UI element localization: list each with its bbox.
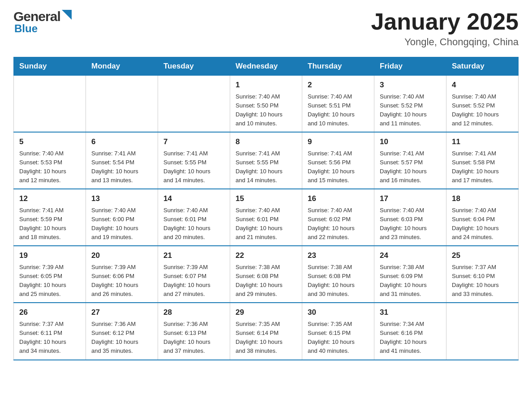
calendar-day-cell: 3Sunrise: 7:40 AMSunset: 5:52 PMDaylight… xyxy=(374,76,446,133)
calendar-week-row: 26Sunrise: 7:37 AMSunset: 6:11 PMDayligh… xyxy=(14,303,519,360)
calendar-day-cell: 10Sunrise: 7:41 AMSunset: 5:57 PMDayligh… xyxy=(374,132,446,189)
day-number: 17 xyxy=(380,193,441,205)
calendar-day-cell: 23Sunrise: 7:38 AMSunset: 6:08 PMDayligh… xyxy=(302,246,374,303)
calendar-day-cell: 26Sunrise: 7:37 AMSunset: 6:11 PMDayligh… xyxy=(14,303,86,360)
calendar-day-cell xyxy=(446,303,519,360)
day-number: 1 xyxy=(236,79,296,91)
day-info: Sunrise: 7:41 AMSunset: 5:57 PMDaylight:… xyxy=(380,149,441,185)
day-info: Sunrise: 7:40 AMSunset: 6:03 PMDaylight:… xyxy=(380,206,441,242)
calendar-day-cell: 1Sunrise: 7:40 AMSunset: 5:50 PMDaylight… xyxy=(230,76,302,133)
calendar-day-cell: 6Sunrise: 7:41 AMSunset: 5:54 PMDaylight… xyxy=(86,132,158,189)
title-section: January 2025 Yongle, Chongqing, China xyxy=(371,9,519,48)
calendar-day-cell: 28Sunrise: 7:36 AMSunset: 6:13 PMDayligh… xyxy=(158,303,230,360)
day-info: Sunrise: 7:39 AMSunset: 6:06 PMDaylight:… xyxy=(91,263,152,299)
day-info: Sunrise: 7:40 AMSunset: 5:52 PMDaylight:… xyxy=(452,92,513,128)
day-number: 27 xyxy=(91,307,152,318)
calendar-day-header: Saturday xyxy=(446,57,519,76)
calendar-day-cell: 15Sunrise: 7:40 AMSunset: 6:01 PMDayligh… xyxy=(230,189,302,246)
day-number: 2 xyxy=(308,79,369,91)
calendar-day-cell: 19Sunrise: 7:39 AMSunset: 6:05 PMDayligh… xyxy=(14,246,86,303)
day-info: Sunrise: 7:36 AMSunset: 6:13 PMDaylight:… xyxy=(163,320,224,356)
day-number: 6 xyxy=(91,136,152,148)
day-info: Sunrise: 7:41 AMSunset: 5:59 PMDaylight:… xyxy=(19,206,80,242)
calendar-day-cell: 25Sunrise: 7:37 AMSunset: 6:10 PMDayligh… xyxy=(446,246,519,303)
day-number: 16 xyxy=(308,193,369,205)
calendar-day-cell: 21Sunrise: 7:39 AMSunset: 6:07 PMDayligh… xyxy=(158,246,230,303)
day-info: Sunrise: 7:37 AMSunset: 6:11 PMDaylight:… xyxy=(19,320,80,356)
calendar-day-cell: 16Sunrise: 7:40 AMSunset: 6:02 PMDayligh… xyxy=(302,189,374,246)
calendar-day-cell: 9Sunrise: 7:41 AMSunset: 5:56 PMDaylight… xyxy=(302,132,374,189)
calendar-day-cell: 2Sunrise: 7:40 AMSunset: 5:51 PMDaylight… xyxy=(302,76,374,133)
day-number: 21 xyxy=(163,250,224,261)
day-number: 14 xyxy=(163,193,224,205)
page-header: General Blue January 2025 Yongle, Chongq… xyxy=(13,9,519,48)
day-info: Sunrise: 7:41 AMSunset: 5:56 PMDaylight:… xyxy=(308,149,369,185)
day-info: Sunrise: 7:38 AMSunset: 6:09 PMDaylight:… xyxy=(380,263,441,299)
logo-general-text: General xyxy=(13,9,60,24)
calendar-day-cell: 30Sunrise: 7:35 AMSunset: 6:15 PMDayligh… xyxy=(302,303,374,360)
calendar-day-cell: 5Sunrise: 7:40 AMSunset: 5:53 PMDaylight… xyxy=(14,132,86,189)
calendar-day-cell: 7Sunrise: 7:41 AMSunset: 5:55 PMDaylight… xyxy=(158,132,230,189)
day-number: 30 xyxy=(308,307,369,318)
calendar-day-cell: 29Sunrise: 7:35 AMSunset: 6:14 PMDayligh… xyxy=(230,303,302,360)
day-number: 19 xyxy=(19,250,80,261)
day-number: 26 xyxy=(19,307,80,318)
day-info: Sunrise: 7:40 AMSunset: 6:02 PMDaylight:… xyxy=(308,206,369,242)
day-info: Sunrise: 7:40 AMSunset: 5:50 PMDaylight:… xyxy=(236,92,296,128)
day-info: Sunrise: 7:35 AMSunset: 6:15 PMDaylight:… xyxy=(308,320,369,356)
calendar-week-row: 1Sunrise: 7:40 AMSunset: 5:50 PMDaylight… xyxy=(14,76,519,133)
calendar-day-cell: 13Sunrise: 7:40 AMSunset: 6:00 PMDayligh… xyxy=(86,189,158,246)
day-info: Sunrise: 7:40 AMSunset: 6:00 PMDaylight:… xyxy=(91,206,152,242)
calendar-day-cell: 31Sunrise: 7:34 AMSunset: 6:16 PMDayligh… xyxy=(374,303,446,360)
day-number: 24 xyxy=(380,250,441,261)
day-info: Sunrise: 7:40 AMSunset: 6:01 PMDaylight:… xyxy=(236,206,296,242)
day-info: Sunrise: 7:38 AMSunset: 6:08 PMDaylight:… xyxy=(308,263,369,299)
day-number: 12 xyxy=(19,193,80,205)
calendar-day-cell: 24Sunrise: 7:38 AMSunset: 6:09 PMDayligh… xyxy=(374,246,446,303)
calendar-day-header: Wednesday xyxy=(230,57,302,76)
day-info: Sunrise: 7:41 AMSunset: 5:55 PMDaylight:… xyxy=(236,149,296,185)
calendar-day-cell: 22Sunrise: 7:38 AMSunset: 6:08 PMDayligh… xyxy=(230,246,302,303)
calendar-day-cell: 14Sunrise: 7:40 AMSunset: 6:01 PMDayligh… xyxy=(158,189,230,246)
calendar-day-header: Sunday xyxy=(14,57,86,76)
day-info: Sunrise: 7:40 AMSunset: 5:51 PMDaylight:… xyxy=(308,92,369,128)
day-info: Sunrise: 7:36 AMSunset: 6:12 PMDaylight:… xyxy=(91,320,152,356)
day-info: Sunrise: 7:41 AMSunset: 5:55 PMDaylight:… xyxy=(163,149,224,185)
page-title: January 2025 xyxy=(371,9,519,34)
calendar-week-row: 12Sunrise: 7:41 AMSunset: 5:59 PMDayligh… xyxy=(14,189,519,246)
day-number: 8 xyxy=(236,136,296,148)
calendar-header-row: SundayMondayTuesdayWednesdayThursdayFrid… xyxy=(14,57,519,76)
day-number: 15 xyxy=(236,193,296,205)
calendar-day-header: Thursday xyxy=(302,57,374,76)
day-number: 4 xyxy=(452,79,513,91)
day-info: Sunrise: 7:41 AMSunset: 5:58 PMDaylight:… xyxy=(452,149,513,185)
calendar-day-cell: 20Sunrise: 7:39 AMSunset: 6:06 PMDayligh… xyxy=(86,246,158,303)
day-number: 3 xyxy=(380,79,441,91)
calendar-day-header: Tuesday xyxy=(158,57,230,76)
day-info: Sunrise: 7:37 AMSunset: 6:10 PMDaylight:… xyxy=(452,263,513,299)
calendar-day-cell: 12Sunrise: 7:41 AMSunset: 5:59 PMDayligh… xyxy=(14,189,86,246)
day-info: Sunrise: 7:39 AMSunset: 6:07 PMDaylight:… xyxy=(163,263,224,299)
page-subtitle: Yongle, Chongqing, China xyxy=(371,36,519,48)
calendar-day-header: Friday xyxy=(374,57,446,76)
calendar-day-header: Monday xyxy=(86,57,158,76)
calendar-day-cell xyxy=(158,76,230,133)
logo-arrow-icon xyxy=(62,10,72,20)
day-info: Sunrise: 7:35 AMSunset: 6:14 PMDaylight:… xyxy=(236,320,296,356)
day-info: Sunrise: 7:41 AMSunset: 5:54 PMDaylight:… xyxy=(91,149,152,185)
day-info: Sunrise: 7:40 AMSunset: 5:52 PMDaylight:… xyxy=(380,92,441,128)
calendar-day-cell: 4Sunrise: 7:40 AMSunset: 5:52 PMDaylight… xyxy=(446,76,519,133)
day-number: 20 xyxy=(91,250,152,261)
day-info: Sunrise: 7:40 AMSunset: 6:01 PMDaylight:… xyxy=(163,206,224,242)
calendar-day-cell: 27Sunrise: 7:36 AMSunset: 6:12 PMDayligh… xyxy=(86,303,158,360)
day-info: Sunrise: 7:39 AMSunset: 6:05 PMDaylight:… xyxy=(19,263,80,299)
day-info: Sunrise: 7:34 AMSunset: 6:16 PMDaylight:… xyxy=(380,320,441,356)
day-number: 10 xyxy=(380,136,441,148)
day-info: Sunrise: 7:40 AMSunset: 5:53 PMDaylight:… xyxy=(19,149,80,185)
day-number: 18 xyxy=(452,193,513,205)
calendar-week-row: 19Sunrise: 7:39 AMSunset: 6:05 PMDayligh… xyxy=(14,246,519,303)
day-number: 22 xyxy=(236,250,296,261)
calendar-day-cell xyxy=(86,76,158,133)
calendar-day-cell: 17Sunrise: 7:40 AMSunset: 6:03 PMDayligh… xyxy=(374,189,446,246)
calendar-day-cell: 18Sunrise: 7:40 AMSunset: 6:04 PMDayligh… xyxy=(446,189,519,246)
